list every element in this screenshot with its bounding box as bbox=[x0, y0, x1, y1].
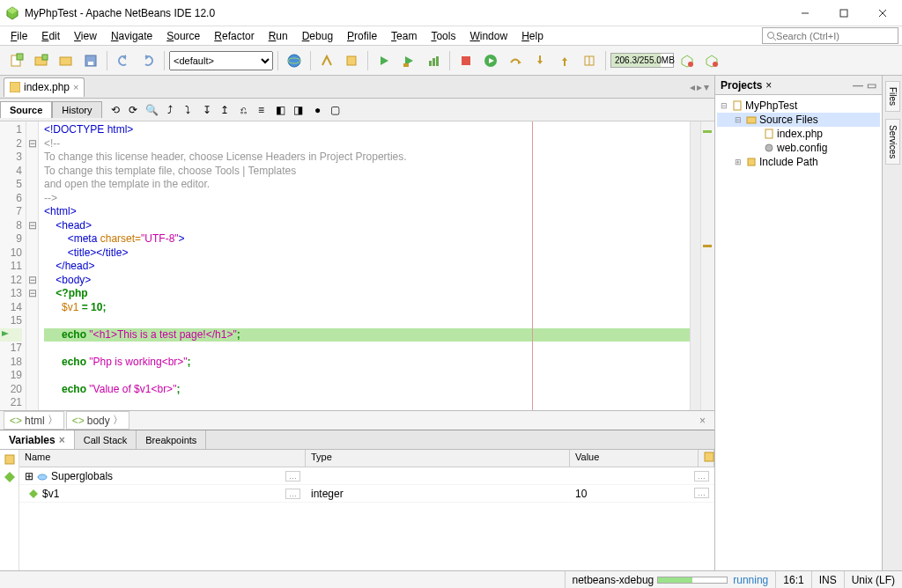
source-tab[interactable]: Source bbox=[0, 101, 52, 118]
code-line-22[interactable]: ?> bbox=[44, 410, 690, 411]
redo-button[interactable] bbox=[137, 49, 159, 72]
menu-navigate[interactable]: Navigate bbox=[104, 28, 159, 44]
menu-profile[interactable]: Profile bbox=[340, 28, 384, 44]
code-line-8[interactable]: <head> bbox=[44, 219, 690, 233]
menu-source[interactable]: Source bbox=[159, 28, 207, 44]
editor-tab-index-php[interactable]: index.php × bbox=[4, 77, 85, 97]
breadcrumb-close-icon[interactable]: × bbox=[694, 415, 711, 427]
step-out-button[interactable] bbox=[553, 49, 576, 72]
build-button[interactable] bbox=[315, 49, 338, 72]
minimize-button[interactable] bbox=[786, 0, 824, 26]
tab-prev-icon[interactable]: ◂ bbox=[690, 81, 695, 93]
code-line-10[interactable]: <title></title> bbox=[44, 246, 690, 261]
editor-toolbar-btn-5[interactable]: ⤵ bbox=[180, 102, 196, 118]
code-line-9[interactable]: <meta charset="UTF-8"> bbox=[44, 232, 690, 246]
code-line-11[interactable]: </head> bbox=[44, 260, 690, 274]
editor-toolbar-btn-4[interactable]: ⤴ bbox=[162, 102, 178, 118]
stop-button[interactable] bbox=[455, 49, 477, 72]
plugin-icon-1[interactable] bbox=[676, 49, 699, 72]
code-line-14[interactable]: $v1 = 10; bbox=[44, 301, 690, 315]
insert-mode[interactable]: INS bbox=[811, 571, 844, 588]
code-line-21[interactable] bbox=[44, 396, 690, 410]
code-editor[interactable]: 123456789101112131415171819202122 ⊟⊟⊟⊟ <… bbox=[0, 121, 714, 410]
plugin-icon-2[interactable] bbox=[700, 49, 723, 72]
code-line-2[interactable]: <!-- bbox=[44, 137, 690, 151]
line-ending[interactable]: Unix (LF) bbox=[844, 571, 902, 588]
editor-toolbar-btn-10[interactable]: ⎌ bbox=[236, 102, 252, 118]
undo-button[interactable] bbox=[112, 49, 135, 72]
code-line-17[interactable] bbox=[44, 342, 690, 356]
projects-close-icon[interactable]: × bbox=[765, 79, 772, 92]
col-header-type[interactable]: Type bbox=[306, 450, 570, 467]
tree-item-include-path[interactable]: ⊞Include Path bbox=[717, 155, 880, 169]
code-line-19[interactable] bbox=[44, 369, 690, 383]
code-line-1[interactable]: <!DOCTYPE html> bbox=[44, 123, 690, 137]
editor-toolbar-btn-3[interactable]: 🔍 bbox=[144, 102, 160, 118]
breakpoints-tab[interactable]: Breakpoints bbox=[137, 430, 206, 449]
code-line-5[interactable]: and open the template in the editor. bbox=[44, 178, 690, 192]
breadcrumb-body[interactable]: <>body〉 bbox=[66, 411, 129, 430]
tree-item-web-config[interactable]: web.config bbox=[717, 141, 880, 155]
browser-button[interactable] bbox=[283, 49, 306, 72]
rail-services[interactable]: Services bbox=[885, 119, 900, 165]
editor-toolbar-btn-11[interactable]: ≡ bbox=[254, 102, 270, 118]
code-line-7[interactable]: <html> bbox=[44, 205, 690, 219]
memory-indicator[interactable]: 206.3/255.0MB bbox=[610, 53, 674, 68]
close-tab-icon[interactable]: × bbox=[73, 82, 78, 92]
caret-position[interactable]: 16:1 bbox=[775, 571, 810, 588]
run-config-dropdown[interactable]: <default> bbox=[169, 51, 273, 70]
code-line-16[interactable]: echo "<h1>This is a test page!</h1>"; bbox=[44, 328, 690, 342]
step-over-button[interactable] bbox=[504, 49, 527, 72]
run-button[interactable] bbox=[373, 49, 396, 72]
menu-file[interactable]: File bbox=[4, 28, 34, 44]
code-line-6[interactable]: --> bbox=[44, 192, 690, 206]
menu-refactor[interactable]: Refactor bbox=[207, 28, 261, 44]
menu-debug[interactable]: Debug bbox=[295, 28, 340, 44]
editor-toolbar-btn-17[interactable]: ▢ bbox=[328, 102, 344, 118]
error-stripe[interactable] bbox=[690, 121, 700, 410]
menu-view[interactable]: View bbox=[67, 28, 104, 44]
continue-button[interactable] bbox=[479, 49, 502, 72]
save-all-button[interactable] bbox=[79, 49, 102, 72]
col-header-name[interactable]: Name bbox=[19, 450, 306, 467]
tab-menu-icon[interactable]: ▾ bbox=[704, 81, 709, 93]
tree-item-index-php[interactable]: index.php bbox=[717, 127, 880, 141]
variables-tab[interactable]: Variables× bbox=[0, 430, 75, 449]
col-menu-icon[interactable] bbox=[699, 450, 714, 467]
step-into-button[interactable] bbox=[529, 49, 551, 72]
profile-button[interactable] bbox=[422, 49, 445, 72]
editor-toolbar-btn-7[interactable]: ↧ bbox=[199, 102, 215, 118]
quick-search-input[interactable] bbox=[776, 31, 894, 41]
menu-help[interactable]: Help bbox=[514, 28, 551, 44]
quick-search[interactable] bbox=[762, 27, 898, 44]
code-line-18[interactable]: echo "Php is working<br>"; bbox=[44, 356, 690, 370]
menu-tools[interactable]: Tools bbox=[424, 28, 462, 44]
clean-build-button[interactable] bbox=[340, 49, 363, 72]
history-tab[interactable]: History bbox=[52, 101, 101, 118]
tree-item-myphptest[interactable]: ⊟MyPhpTest bbox=[717, 99, 880, 113]
close-button[interactable] bbox=[863, 0, 902, 26]
tree-item-source-files[interactable]: ⊟Source Files bbox=[717, 113, 880, 127]
editor-toolbar-btn-13[interactable]: ◧ bbox=[273, 102, 289, 118]
editor-toolbar-btn-0[interactable]: ⟲ bbox=[107, 102, 123, 118]
new-project-button[interactable] bbox=[30, 49, 53, 72]
menu-run[interactable]: Run bbox=[262, 28, 295, 44]
projects-minimize-icon[interactable]: — bbox=[853, 79, 863, 92]
editor-scrollbar[interactable] bbox=[700, 121, 714, 410]
code-line-12[interactable]: <body> bbox=[44, 274, 690, 288]
menu-edit[interactable]: Edit bbox=[34, 28, 67, 44]
call-stack-tab[interactable]: Call Stack bbox=[75, 430, 137, 449]
var-row-v1[interactable]: $v1…integer10… bbox=[19, 485, 714, 503]
editor-toolbar-btn-1[interactable]: ⟳ bbox=[125, 102, 141, 118]
projects-menu-icon[interactable]: ▭ bbox=[867, 79, 876, 92]
editor-toolbar-btn-8[interactable]: ↥ bbox=[217, 102, 233, 118]
code-line-15[interactable] bbox=[44, 314, 690, 328]
new-file-button[interactable] bbox=[5, 49, 28, 72]
watch-diamond-icon[interactable] bbox=[4, 471, 16, 483]
open-project-button[interactable] bbox=[55, 49, 78, 72]
breadcrumb-html[interactable]: <>html〉 bbox=[4, 411, 64, 430]
code-line-3[interactable]: To change this license header, choose Li… bbox=[44, 151, 690, 165]
maximize-button[interactable] bbox=[824, 0, 863, 26]
menu-team[interactable]: Team bbox=[384, 28, 424, 44]
col-header-value[interactable]: Value bbox=[570, 450, 699, 467]
